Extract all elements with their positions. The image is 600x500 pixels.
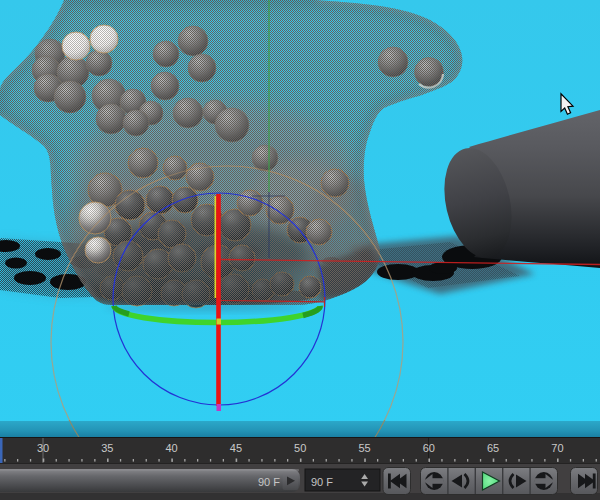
svg-text:70: 70 [551, 442, 563, 454]
svg-text:60: 60 [423, 442, 435, 454]
svg-text:90 F: 90 F [311, 476, 333, 488]
svg-text:50: 50 [294, 442, 306, 454]
svg-text:65: 65 [487, 442, 499, 454]
svg-text:40: 40 [165, 442, 177, 454]
svg-text:90 F: 90 F [258, 476, 280, 488]
svg-text:45: 45 [230, 442, 242, 454]
svg-text:30: 30 [37, 442, 49, 454]
svg-text:55: 55 [358, 442, 370, 454]
svg-text:35: 35 [101, 442, 113, 454]
